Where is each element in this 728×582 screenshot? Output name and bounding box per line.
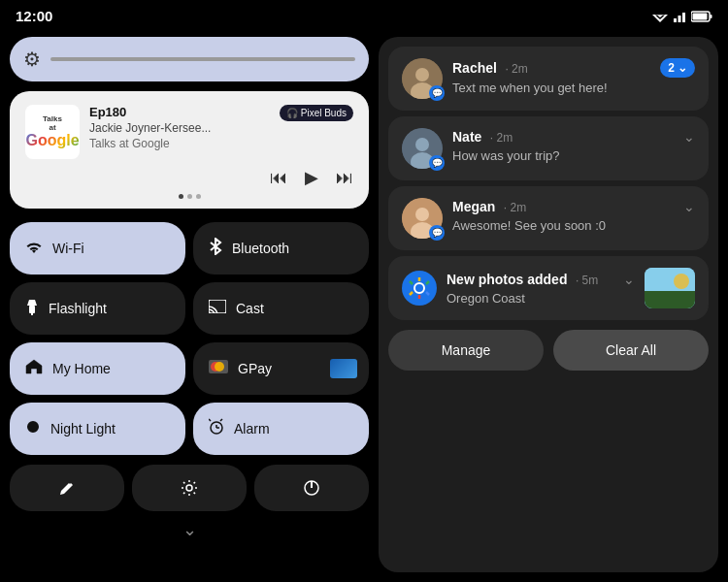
play-button[interactable]: ▶ bbox=[305, 167, 318, 188]
media-card[interactable]: Talks at Google Ep180 Jackie Joyner-Kers… bbox=[10, 91, 369, 209]
svg-line-36 bbox=[426, 281, 429, 284]
nate-header: Nate · 2m ⌄ bbox=[452, 128, 695, 146]
media-source: Talks at Google bbox=[89, 137, 270, 150]
svg-rect-11 bbox=[29, 306, 35, 313]
status-time: 12:00 bbox=[16, 8, 52, 24]
power-button[interactable] bbox=[254, 465, 369, 511]
photos-time: · 5m bbox=[576, 274, 598, 287]
edit-button[interactable] bbox=[10, 465, 124, 511]
gpay-tile-icon bbox=[209, 360, 228, 377]
rachel-name: Rachel bbox=[452, 60, 497, 76]
tile-nightlight[interactable]: Night Light bbox=[10, 403, 185, 455]
gpay-card bbox=[330, 359, 357, 378]
rachel-content: Rachel · 2m 2 ⌄ Text me when you get her… bbox=[452, 58, 695, 95]
messages-app-icon-megan: 💬 bbox=[429, 225, 445, 241]
megan-chevron[interactable]: ⌄ bbox=[683, 199, 695, 214]
svg-line-40 bbox=[410, 281, 413, 284]
photos-message: Oregon Coast bbox=[447, 291, 635, 306]
brightness-icon: ⚙ bbox=[23, 48, 41, 71]
tiles-grid: Wi-Fi Bluetooth Flashlight Cast bbox=[10, 222, 369, 455]
rachel-time: · 2m bbox=[505, 62, 527, 76]
photos-title: New photos added bbox=[447, 272, 567, 287]
notification-nate[interactable]: 💬 Nate · 2m ⌄ How was your trip? bbox=[388, 116, 709, 180]
svg-point-15 bbox=[209, 311, 211, 313]
bottom-buttons bbox=[10, 465, 369, 511]
signal-icon bbox=[674, 11, 685, 22]
nate-name: Nate bbox=[452, 129, 481, 145]
tile-flashlight[interactable]: Flashlight bbox=[10, 282, 185, 335]
tile-wifi[interactable]: Wi-Fi bbox=[10, 222, 185, 275]
photo-thumbnail bbox=[645, 268, 695, 308]
forward-button[interactable]: ⏭ bbox=[336, 168, 353, 188]
megan-name: Megan bbox=[452, 199, 495, 214]
nate-time: · 2m bbox=[490, 131, 513, 145]
myhome-tile-icon bbox=[25, 359, 43, 378]
notification-rachel[interactable]: 💬 Rachel · 2m 2 ⌄ Text me when you get h… bbox=[388, 47, 709, 111]
notification-photos[interactable]: New photos added · 5m ⌄ Oregon Coast bbox=[388, 256, 709, 320]
megan-time: · 2m bbox=[504, 201, 526, 214]
svg-point-34 bbox=[414, 283, 424, 293]
headphone-icon: 🎧 bbox=[286, 108, 298, 118]
svg-rect-5 bbox=[682, 13, 685, 22]
rachel-message: Text me when you get here! bbox=[452, 81, 695, 95]
edit-icon bbox=[58, 479, 76, 497]
tile-bluetooth[interactable]: Bluetooth bbox=[193, 222, 369, 275]
chevron-down-icon: ⌄ bbox=[678, 61, 687, 75]
media-card-top: Talks at Google Ep180 Jackie Joyner-Kers… bbox=[25, 105, 353, 159]
svg-rect-42 bbox=[645, 291, 695, 308]
tile-alarm[interactable]: Alarm bbox=[193, 403, 369, 455]
clear-all-button[interactable]: Clear All bbox=[553, 330, 709, 371]
svg-point-18 bbox=[215, 362, 224, 372]
rewind-button[interactable]: ⏮ bbox=[270, 168, 287, 188]
nate-content: Nate · 2m ⌄ How was your trip? bbox=[452, 128, 695, 163]
nate-message: How was your trip? bbox=[452, 148, 695, 163]
tile-myhome[interactable]: My Home bbox=[10, 342, 185, 395]
svg-point-43 bbox=[674, 274, 689, 289]
rachel-name-time: Rachel · 2m bbox=[452, 59, 528, 77]
left-panel: ⚙ Talks at Google Ep180 Jackie Joyner-Ke… bbox=[10, 37, 369, 572]
brightness-slider[interactable] bbox=[50, 57, 355, 61]
notification-megan[interactable]: 💬 Megan · 2m ⌄ Awesome! See you soon :0 bbox=[388, 186, 709, 250]
svg-line-39 bbox=[410, 292, 413, 295]
svg-line-37 bbox=[426, 292, 429, 295]
megan-avatar-wrap: 💬 bbox=[402, 198, 443, 239]
nightlight-tile-label: Night Light bbox=[50, 421, 116, 436]
settings-button[interactable] bbox=[132, 465, 247, 511]
wifi-icon bbox=[652, 11, 668, 22]
svg-rect-3 bbox=[674, 18, 677, 22]
rachel-badge[interactable]: 2 ⌄ bbox=[660, 58, 695, 78]
svg-rect-7 bbox=[693, 13, 708, 19]
myhome-tile-label: My Home bbox=[52, 361, 111, 376]
manage-button[interactable]: Manage bbox=[388, 330, 544, 371]
media-info: Ep180 Jackie Joyner-Kersee... Talks at G… bbox=[89, 105, 270, 150]
megan-header: Megan · 2m ⌄ bbox=[452, 198, 695, 215]
brightness-row[interactable]: ⚙ bbox=[10, 37, 369, 81]
alarm-tile-icon bbox=[209, 418, 224, 439]
nate-chevron[interactable]: ⌄ bbox=[683, 129, 695, 145]
cast-tile-icon bbox=[209, 300, 226, 317]
flashlight-tile-icon bbox=[25, 298, 39, 319]
photos-chevron[interactable]: ⌄ bbox=[623, 272, 635, 287]
status-bar: 12:00 bbox=[0, 0, 728, 28]
tile-cast[interactable]: Cast bbox=[193, 282, 369, 335]
svg-marker-12 bbox=[27, 300, 37, 306]
megan-message: Awesome! See you soon :0 bbox=[452, 218, 695, 233]
svg-point-32 bbox=[415, 208, 429, 221]
media-artist: Jackie Joyner-Kersee... bbox=[89, 121, 270, 135]
wifi-tile-label: Wi-Fi bbox=[52, 241, 84, 256]
svg-rect-4 bbox=[678, 16, 681, 22]
messages-app-icon-nate: 💬 bbox=[429, 155, 445, 171]
flashlight-tile-label: Flashlight bbox=[49, 301, 107, 316]
media-dots bbox=[25, 194, 353, 199]
photos-app-icon bbox=[402, 271, 437, 306]
status-icons bbox=[652, 11, 712, 22]
tile-gpay[interactable]: GPay bbox=[193, 342, 369, 395]
dot-2 bbox=[187, 194, 192, 199]
nightlight-tile-icon bbox=[25, 419, 41, 438]
chevron-down-button[interactable]: ⌄ bbox=[10, 519, 369, 540]
device-badge: 🎧 Pixel Buds bbox=[280, 105, 353, 121]
alarm-tile-label: Alarm bbox=[234, 421, 270, 436]
gpay-tile-label: GPay bbox=[238, 361, 272, 376]
device-name: Pixel Buds bbox=[301, 108, 347, 118]
settings-icon bbox=[181, 479, 198, 497]
